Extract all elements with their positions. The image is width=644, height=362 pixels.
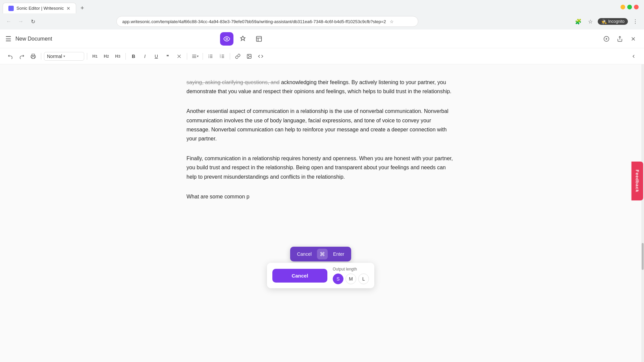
collapse-panel-button[interactable] <box>629 51 639 61</box>
style-dropdown[interactable]: Normal ▾ <box>44 52 84 61</box>
size-l-button[interactable]: L <box>358 274 369 284</box>
rocket-icon-button[interactable] <box>236 32 250 46</box>
popup-bottom-panel: Cancel Output length S M L <box>267 263 374 288</box>
eye-icon-button[interactable] <box>220 32 233 46</box>
editor-area[interactable]: saying, asking clarifying questions, and… <box>0 64 641 362</box>
divider-4 <box>187 53 187 60</box>
h3-button[interactable]: H3 <box>113 51 123 61</box>
redo-button[interactable] <box>17 51 27 61</box>
close-icon-button[interactable] <box>628 34 639 44</box>
svg-marker-3 <box>606 38 607 40</box>
incognito-badge: 🕵 Incognito <box>598 18 628 25</box>
paragraph-3: Finally, communication in a relationship… <box>186 154 455 181</box>
hamburger-menu-icon[interactable]: ☰ <box>5 35 11 43</box>
svg-point-16 <box>209 55 209 55</box>
paragraph-4-text: What are some common p <box>186 194 250 199</box>
size-m-button[interactable]: M <box>345 274 356 284</box>
tab-title: Sonic Editor | Writesonic <box>16 6 64 11</box>
italic-button[interactable]: I <box>140 51 150 61</box>
size-buttons: S M L <box>333 274 369 284</box>
address-bar-row: ← → ↻ app.writesonic.com/template/4af66c… <box>0 13 644 29</box>
align-button[interactable]: ▾ <box>190 51 200 61</box>
popup-enter-button[interactable]: Enter <box>329 249 348 259</box>
print-button[interactable] <box>28 51 38 61</box>
browser-menu-icon[interactable]: ⋮ <box>631 17 640 26</box>
paragraph-2: Another essential aspect of communicatio… <box>186 107 455 143</box>
play-icon-button[interactable] <box>601 34 612 44</box>
paragraph-2-text: Another essential aspect of communicatio… <box>186 108 448 141</box>
style-label: Normal <box>47 54 62 59</box>
window-close-button[interactable]: ✕ <box>634 5 639 9</box>
underline-button[interactable]: U <box>151 51 161 61</box>
popup-toolbar: Cancel ⌘ Enter <box>290 247 351 261</box>
svg-point-0 <box>226 38 227 40</box>
size-s-button[interactable]: S <box>333 274 343 284</box>
output-length-label: Output length <box>333 267 369 272</box>
command-icon: ⌘ <box>317 249 328 259</box>
window-minimize-button[interactable]: − <box>621 5 625 9</box>
bullet-list-button[interactable] <box>206 51 216 61</box>
strikethrough-text: saying, asking clarifying questions, and <box>186 79 280 85</box>
active-tab[interactable]: Sonic Editor | Writesonic ✕ <box>3 3 76 13</box>
window-maximize-button[interactable]: □ <box>627 5 632 9</box>
tab-favicon <box>8 6 14 11</box>
h1-button[interactable]: H1 <box>90 51 100 61</box>
extensions-icon[interactable]: 🧩 <box>574 17 583 26</box>
address-bar[interactable]: app.writesonic.com/template/4af66c88-34c… <box>116 16 418 27</box>
output-length-control: Output length S M L <box>333 267 369 284</box>
share-icon-button[interactable] <box>614 34 625 44</box>
link-button[interactable] <box>233 51 243 61</box>
bold-button[interactable]: B <box>128 51 139 61</box>
cancel-big-button[interactable]: Cancel <box>272 269 327 283</box>
popup-cancel-button[interactable]: Cancel <box>293 249 316 259</box>
svg-text:3: 3 <box>220 57 221 58</box>
divider-1 <box>41 53 41 60</box>
reload-button[interactable]: ↻ <box>28 17 38 26</box>
divider-5 <box>203 53 203 60</box>
back-button[interactable]: ← <box>4 17 13 26</box>
h2-button[interactable]: H2 <box>101 51 111 61</box>
tab-close-button[interactable]: ✕ <box>66 6 70 11</box>
svg-point-26 <box>248 55 249 56</box>
browser-chrome: Sonic Editor | Writesonic ✕ + − □ ✕ ← → … <box>0 0 644 29</box>
main-content: saying, asking clarifying questions, and… <box>0 64 644 362</box>
toolbar: Normal ▾ H1 H2 H3 B I U ❝ ▾ 123 <box>0 48 644 64</box>
image-button[interactable] <box>244 51 254 61</box>
divider-3 <box>125 53 126 60</box>
document-content: saying, asking clarifying questions, and… <box>186 78 455 201</box>
popup-container: Cancel ⌘ Enter Cancel Output length S M … <box>267 247 374 288</box>
star-icon[interactable]: ☆ <box>389 18 395 24</box>
quote-button[interactable]: ❝ <box>163 51 173 61</box>
chart-icon-button[interactable] <box>252 32 266 46</box>
feedback-tab[interactable]: Feedback <box>632 162 643 200</box>
paragraph-1: saying, asking clarifying questions, and… <box>186 78 455 96</box>
new-tab-button[interactable]: + <box>77 3 87 13</box>
bookmark-icon[interactable]: ☆ <box>586 17 595 26</box>
numbered-list-button[interactable]: 123 <box>217 51 227 61</box>
address-text: app.writesonic.com/template/4af66c88-34c… <box>122 19 386 24</box>
header-center-icons <box>220 32 266 46</box>
address-icons: ☆ <box>389 18 395 24</box>
header-right-icons <box>601 34 639 44</box>
app-header: ☰ New Document <box>0 29 644 48</box>
code-button[interactable] <box>256 51 266 61</box>
scrollbar[interactable] <box>641 64 644 362</box>
svg-point-17 <box>209 56 209 57</box>
paragraph-4: What are some common p <box>186 192 455 201</box>
clear-formatting-button[interactable] <box>174 51 184 61</box>
incognito-label: Incognito <box>608 19 625 24</box>
scrollbar-thumb[interactable] <box>642 243 644 270</box>
forward-button[interactable]: → <box>16 17 25 26</box>
divider-2 <box>87 53 87 60</box>
svg-point-18 <box>209 57 209 58</box>
style-dropdown-arrow: ▾ <box>63 54 65 58</box>
svg-rect-1 <box>256 36 261 41</box>
paragraph-3-text: Finally, communication in a relationship… <box>186 156 453 179</box>
svg-rect-7 <box>32 57 35 58</box>
divider-6 <box>230 53 230 60</box>
tab-bar: Sonic Editor | Writesonic ✕ + − □ ✕ <box>0 0 644 13</box>
undo-button[interactable] <box>5 51 15 61</box>
browser-right-icons: 🧩 ☆ 🕵 Incognito ⋮ <box>574 17 640 26</box>
document-title: New Document <box>15 36 52 42</box>
